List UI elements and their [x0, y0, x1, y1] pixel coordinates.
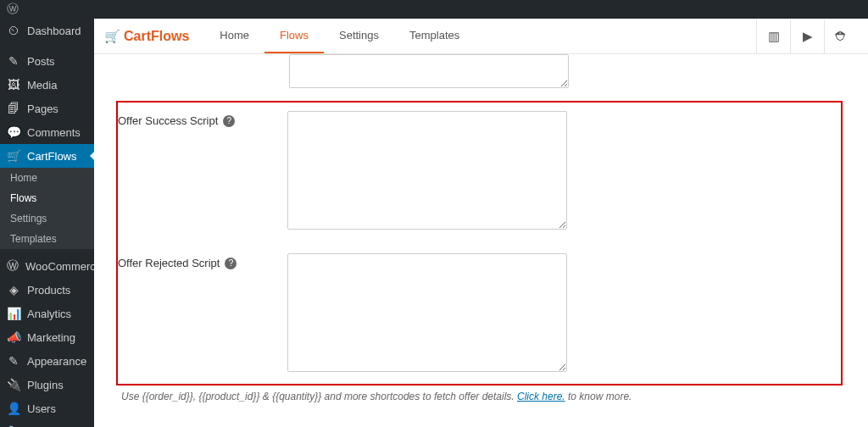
offer-success-label: Offer Success Script ?: [118, 111, 287, 127]
sidebar-item-comments[interactable]: 💬Comments: [0, 120, 94, 144]
tab-templates[interactable]: Templates: [394, 19, 475, 53]
offer-rejected-textarea[interactable]: [287, 253, 567, 372]
main-area: 🛒 CartFlows Home Flows Settings Template…: [94, 19, 868, 427]
products-icon: ◈: [7, 283, 20, 297]
sidebar-item-label: Users: [27, 402, 56, 415]
sidebar-item-label: WooCommerce: [25, 260, 94, 273]
header-actions: ▥ ▶ ⛑: [756, 19, 858, 53]
note-link[interactable]: Click here.: [517, 391, 565, 402]
media-icon: 🖼: [7, 78, 20, 92]
cartflows-brand[interactable]: 🛒 CartFlows: [104, 29, 189, 44]
wp-logo-icon[interactable]: ⓦ: [7, 2, 19, 17]
wp-top-bar: ⓦ: [0, 0, 868, 19]
prev-script-textarea[interactable]: [289, 54, 569, 88]
woo-icon: Ⓦ: [7, 259, 19, 273]
pin-icon: ✎: [7, 54, 20, 68]
youtube-icon: ▶: [803, 29, 813, 44]
sidebar-item-label: Plugins: [27, 379, 64, 391]
sidebar-item-label: CartFlows: [27, 150, 77, 163]
users-icon: 👤: [7, 402, 20, 415]
sidebar-item-label: Products: [27, 284, 70, 297]
sidebar-item-label: Pages: [27, 103, 58, 115]
sidebar-item-dashboard[interactable]: ⏲Dashboard: [0, 19, 94, 42]
help-icon[interactable]: ?: [225, 258, 236, 269]
sidebar-item-label: Marketing: [27, 331, 75, 344]
brand-label: CartFlows: [124, 29, 189, 44]
sidebar-item-marketing[interactable]: 📣Marketing: [0, 325, 94, 349]
sidebar-item-cartflows[interactable]: 🛒CartFlows: [0, 144, 94, 168]
cartflows-icon: 🛒: [7, 149, 20, 163]
help-icon[interactable]: ?: [223, 115, 235, 127]
cartflows-tabs: Home Flows Settings Templates: [204, 19, 475, 53]
analytics-icon: 📊: [7, 307, 20, 320]
tab-home[interactable]: Home: [204, 19, 264, 53]
sub-item-home[interactable]: Home: [0, 168, 94, 188]
tab-settings[interactable]: Settings: [324, 19, 394, 53]
docs-button[interactable]: ▥: [756, 19, 790, 53]
sidebar-item-posts[interactable]: ✎Posts: [0, 49, 94, 73]
content-area: Offer Success Script ? Offer Rejected Sc…: [94, 54, 868, 427]
sidebar-item-woocommerce[interactable]: ⓌWooCommerce: [0, 254, 94, 278]
sidebar-item-label: Dashboard: [27, 25, 81, 37]
sidebar-sub-items: Home Flows Settings Templates: [0, 168, 94, 249]
book-icon: ▥: [768, 29, 780, 44]
sidebar-item-label: Comments: [27, 126, 81, 139]
sidebar-item-label: Analytics: [27, 308, 71, 320]
sidebar-item-appearance[interactable]: ✎Appearance: [0, 349, 94, 373]
offer-rejected-row: Offer Rejected Script ?: [118, 253, 841, 372]
offer-success-textarea[interactable]: [287, 111, 567, 230]
pages-icon: 🗐: [7, 102, 20, 115]
wp-sidebar: ⏲Dashboard ✎Posts 🖼Media 🗐Pages 💬Comment…: [0, 19, 94, 427]
lifebuoy-icon: ⛑: [835, 29, 848, 43]
offer-success-row: Offer Success Script ?: [118, 111, 841, 230]
cartflows-header: 🛒 CartFlows Home Flows Settings Template…: [94, 19, 868, 54]
cart-icon: 🛒: [104, 29, 120, 44]
shortcode-note: Use {{order_id}}, {{product_id}} & {{qua…: [121, 391, 843, 402]
appearance-icon: ✎: [7, 354, 20, 368]
sidebar-item-products[interactable]: ◈Products: [0, 278, 94, 302]
sidebar-item-label: Media: [27, 79, 57, 92]
tab-flows[interactable]: Flows: [264, 19, 324, 53]
sidebar-item-pages[interactable]: 🗐Pages: [0, 97, 94, 120]
sidebar-item-label: Appearance: [27, 355, 86, 368]
sidebar-item-label: Posts: [27, 55, 55, 68]
offer-rejected-label: Offer Rejected Script ?: [118, 253, 287, 269]
video-button[interactable]: ▶: [790, 19, 824, 53]
help-button[interactable]: ⛑: [824, 19, 858, 53]
sidebar-item-plugins[interactable]: 🔌Plugins: [0, 373, 94, 396]
comments-icon: 💬: [7, 125, 20, 139]
sidebar-item-tools[interactable]: 🔧Tools: [0, 420, 94, 427]
sidebar-item-analytics[interactable]: 📊Analytics: [0, 302, 94, 325]
sub-item-flows[interactable]: Flows: [0, 188, 94, 208]
plugins-icon: 🔌: [7, 378, 20, 391]
sidebar-item-users[interactable]: 👤Users: [0, 396, 94, 420]
marketing-icon: 📣: [7, 330, 20, 344]
sub-item-settings[interactable]: Settings: [0, 208, 94, 229]
highlighted-section: Offer Success Script ? Offer Rejected Sc…: [116, 101, 843, 385]
dashboard-icon: ⏲: [7, 24, 20, 37]
sub-item-templates[interactable]: Templates: [0, 229, 94, 249]
sidebar-item-media[interactable]: 🖼Media: [0, 73, 94, 97]
